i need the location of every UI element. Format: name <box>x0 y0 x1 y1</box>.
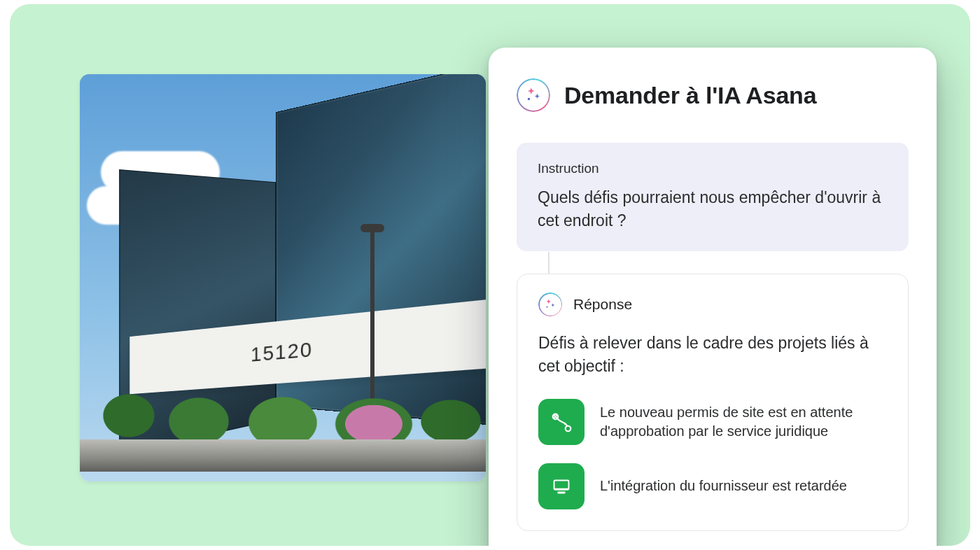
response-header: Réponse <box>538 292 887 316</box>
svg-rect-7 <box>555 481 568 488</box>
challenge-text: L'intégration du fournisseur est retardé… <box>600 477 847 495</box>
challenge-item[interactable]: L'intégration du fournisseur est retardé… <box>538 463 887 509</box>
svg-point-5 <box>566 425 571 431</box>
response-card: Réponse Défis à relever dans le cadre de… <box>517 274 909 530</box>
challenge-item[interactable]: Le nouveau permis de site est en attente… <box>538 399 887 445</box>
sparkle-ai-icon <box>517 78 550 112</box>
svg-rect-8 <box>557 491 565 493</box>
ai-panel: Demander à l'IA Asana Instruction Quels … <box>489 48 937 546</box>
sparkle-ai-icon <box>538 292 562 316</box>
response-intro: Défis à relever dans le cadre des projet… <box>538 332 887 377</box>
challenge-text: Le nouveau permis de site est en attente… <box>600 403 887 441</box>
instruction-box[interactable]: Instruction Quels défis pourraient nous … <box>517 143 909 251</box>
response-label: Réponse <box>573 296 632 313</box>
svg-point-1 <box>546 306 547 308</box>
flow-connector <box>548 252 550 274</box>
monitor-icon <box>538 463 584 509</box>
page-frame: 15120 Demander à l'IA Asana Instruction … <box>10 4 970 546</box>
building-image: 15120 <box>80 74 486 481</box>
ai-panel-title: Demander à l'IA Asana <box>564 82 816 109</box>
instruction-text: Quels défis pourraient nous empêcher d'o… <box>538 186 888 232</box>
svg-point-0 <box>528 98 530 100</box>
ai-panel-header: Demander à l'IA Asana <box>517 78 909 112</box>
instruction-label: Instruction <box>538 161 888 176</box>
building-address-number: 15120 <box>251 337 313 366</box>
workflow-icon <box>538 399 584 445</box>
